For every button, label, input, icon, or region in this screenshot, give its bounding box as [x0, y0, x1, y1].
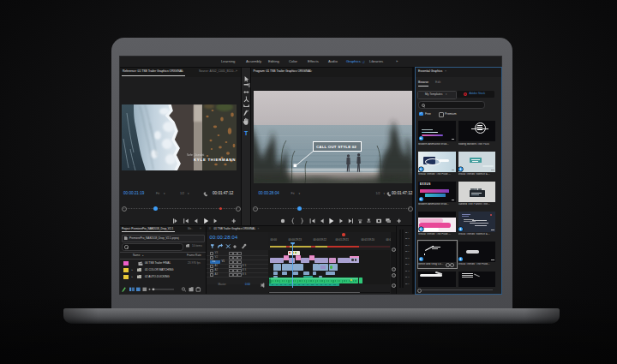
- svg-text:KYLE THIERMANN: KYLE THIERMANN: [194, 157, 236, 161]
- svg-text:CALL OUT STYLE 02: CALL OUT STYLE 02: [316, 145, 356, 149]
- svg-text:Surfer | Journalist: Surfer | Journalist: [187, 153, 205, 157]
- svg-text:T: T: [244, 130, 249, 136]
